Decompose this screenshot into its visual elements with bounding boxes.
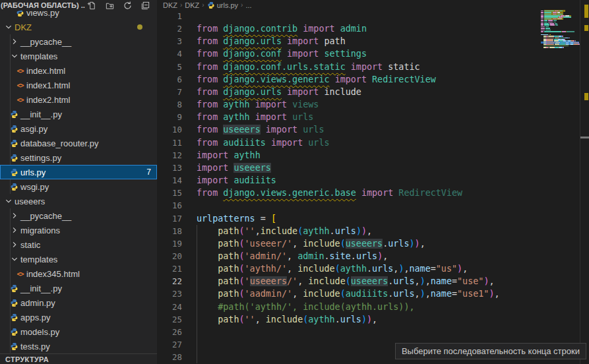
python-file-icon (8, 283, 20, 293)
code-line-26[interactable]: 26 (157, 326, 541, 338)
tree-item-dkz[interactable]: DKZ (0, 20, 157, 34)
tree-item-label: __init__.py (20, 284, 62, 293)
code-line-17[interactable]: 17urlpatterns = [ (157, 212, 541, 225)
line-number: 3 (157, 35, 182, 47)
code-line-3[interactable]: 3from django.urls import path (157, 35, 541, 47)
ruler-mark (580, 136, 589, 138)
new-folder-icon[interactable] (103, 0, 116, 11)
line-content: import useeers (197, 162, 271, 174)
code-line-18[interactable]: 18 path('',include(aythh.urls)), (157, 225, 541, 237)
tree-item-wsgi-py[interactable]: wsgi.py (0, 179, 157, 194)
outline-section-header[interactable]: СТРУКТУРА (0, 353, 157, 364)
html-file-icon: <> (14, 94, 26, 105)
code-line-24[interactable]: 24 #path('aythh/', include(aythh.urls)), (157, 301, 541, 313)
code-line-21[interactable]: 21 path('aythh/', include(aythh.urls,),n… (157, 262, 541, 275)
tree-item--pycache-[interactable]: __pycache__ (0, 208, 157, 223)
tree-item-label: templates (20, 51, 57, 61)
file-tree: views.pyDKZ__pycache__templates<>index.h… (0, 5, 157, 353)
tree-item-label: useeers (15, 197, 45, 206)
line-content: from django.conf import settings (197, 47, 367, 60)
tree-item-label: apps.py (20, 313, 51, 322)
tree-item--init-py[interactable]: __init__.py (0, 107, 157, 121)
line-content: from django.urls import include (197, 86, 361, 98)
line-number: 25 (157, 313, 182, 326)
code-line-11[interactable]: 11from audiiits import urls (157, 136, 541, 149)
code-line-20[interactable]: 20 path('admin/', admin.site.urls), (157, 250, 541, 262)
tree-item-static[interactable]: static (0, 237, 157, 252)
tree-item-templates[interactable]: templates (0, 49, 157, 63)
refresh-icon[interactable] (121, 0, 134, 11)
tree-item-index-html[interactable]: <>index.html (0, 63, 157, 78)
python-file-icon (8, 109, 20, 119)
python-file-icon (8, 167, 20, 177)
code-line-7[interactable]: 7from django.urls import include (157, 86, 541, 98)
code-line-19[interactable]: 19 path('useeer/', include(useeers.urls)… (157, 237, 541, 250)
indent-guide (197, 351, 197, 363)
code-line-12[interactable]: 12import aythh (157, 149, 541, 162)
code-line-16[interactable]: 16 (157, 199, 541, 212)
breadcrumb-separator: › (180, 1, 182, 9)
code-line-15[interactable]: 15from django.views.generic.base import … (157, 187, 541, 199)
code-line-14[interactable]: 14import audiiits (157, 174, 541, 187)
tree-item-index345-html[interactable]: <>index345.html (0, 266, 157, 281)
code-line-10[interactable]: 10from useeers import urls (157, 123, 541, 136)
ruler-mark (584, 93, 588, 100)
line-number: 23 (157, 288, 182, 300)
line-content: from aythh import urls (197, 111, 313, 123)
tree-item--pycache-[interactable]: __pycache__ (0, 34, 157, 49)
line-content: from django.contrib import admin (197, 22, 367, 35)
tree-item-urls-py[interactable]: urls.py7 (0, 165, 157, 179)
code-line-9[interactable]: 9from aythh import urls (157, 111, 541, 123)
line-content: path('aadmin/', include(audiiits.urls,),… (197, 288, 500, 300)
explorer-section-header[interactable]: (РАБОЧАЯ ОБЛАСТЬ) ... (0, 0, 157, 11)
tree-item--init-py[interactable]: __init__.py (0, 281, 157, 295)
line-content: from django.views.generic.base import Re… (197, 187, 462, 199)
line-number: 20 (157, 250, 182, 262)
code-line-23[interactable]: 23 path('aadmin/', include(audiiits.urls… (157, 288, 541, 300)
minimap[interactable] (541, 9, 579, 88)
code-line-2[interactable]: 2from django.contrib import admin (157, 22, 541, 35)
code-line-25[interactable]: 25 path('', include(aythh.urls)), (157, 313, 541, 326)
line-content: urlpatterns = [ (197, 212, 276, 225)
editor-pane[interactable]: DKZ›DKZ›urls.py›... 12from django.contri… (157, 0, 589, 364)
breadcrumb-item-dkz[interactable]: DKZ (185, 1, 199, 9)
tree-item-asgi-py[interactable]: asgi.py (0, 121, 157, 136)
breadcrumb-item-dkz[interactable]: DKZ (163, 1, 177, 9)
workspace-title: (РАБОЧАЯ ОБЛАСТЬ) ... (0, 1, 85, 9)
breadcrumb-item--[interactable]: ... (245, 1, 251, 9)
new-file-icon[interactable] (85, 0, 98, 11)
collapse-all-icon[interactable] (139, 0, 152, 11)
line-number: 17 (157, 212, 182, 225)
tree-item-tests-py[interactable]: tests.py (0, 339, 157, 353)
ruler-mark (584, 25, 588, 31)
line-number: 13 (157, 162, 182, 174)
code-line-8[interactable]: 8from aythh import views (157, 98, 541, 111)
code-area[interactable]: 12from django.contrib import admin3from … (157, 10, 541, 364)
tree-item-label: models.py (20, 327, 59, 337)
line-number: 26 (157, 326, 182, 338)
code-line-5[interactable]: 5from django.conf.urls.static import sta… (157, 61, 541, 73)
tree-item-useeers[interactable]: useeers (0, 194, 157, 208)
code-line-22[interactable]: 22 path('useeers/', include(useeers.urls… (157, 275, 541, 288)
tree-item-index1-html[interactable]: <>index1.html (0, 78, 157, 92)
line-number: 12 (157, 149, 182, 162)
line-number: 1 (157, 10, 182, 22)
code-line-6[interactable]: 6from django.views.generic import Redire… (157, 73, 541, 86)
line-number: 27 (157, 338, 182, 351)
code-line-4[interactable]: 4from django.conf import settings (157, 47, 541, 60)
tree-item-index2-html[interactable]: <>index2.html (0, 92, 157, 107)
tree-item-apps-py[interactable]: apps.py (0, 310, 157, 324)
python-file-icon (8, 123, 20, 134)
breadcrumb-item-urls-py[interactable]: urls.py (207, 1, 238, 9)
indent-guide (197, 338, 197, 351)
tree-item-migrations[interactable]: migrations (0, 223, 157, 237)
code-line-1[interactable]: 1 (157, 10, 541, 22)
tree-item-admin-py[interactable]: admin.py (0, 295, 157, 310)
python-icon (207, 1, 215, 9)
tree-item-templates[interactable]: templates (0, 252, 157, 266)
line-number: 9 (157, 111, 182, 123)
code-line-13[interactable]: 13import useeers (157, 162, 541, 174)
tree-item-database-roouter-py[interactable]: database_roouter.py (0, 136, 157, 150)
tree-item-settings-py[interactable]: settings.py (0, 150, 157, 165)
tree-item-models-py[interactable]: models.py (0, 324, 157, 339)
